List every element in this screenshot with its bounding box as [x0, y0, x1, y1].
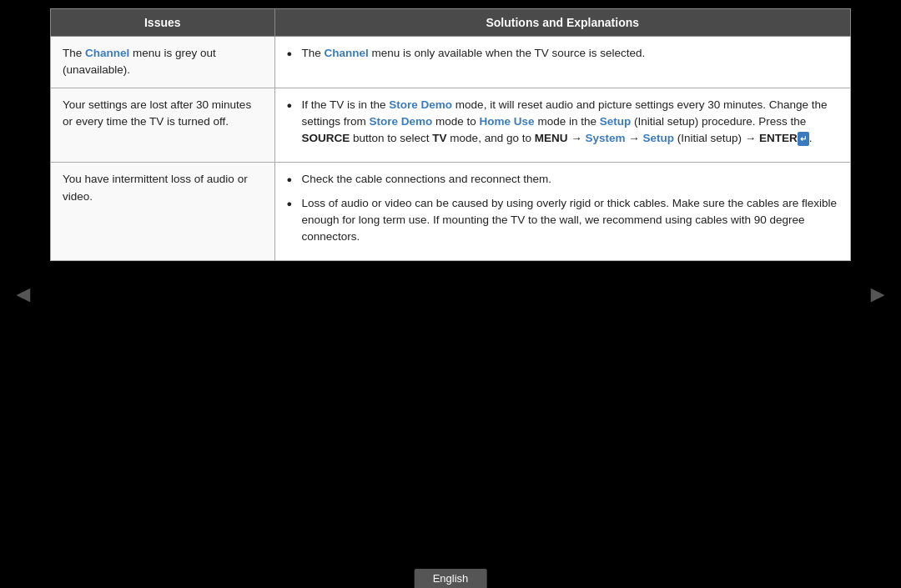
table-row: The Channel menu is grey out (unavailabl… [51, 37, 851, 88]
col-solutions-header: Solutions and Explanations [274, 9, 850, 37]
solution-cell-1: The Channel menu is only available when … [274, 37, 850, 88]
solution-cell-3: Check the cable connections and reconnec… [274, 163, 850, 261]
issue-cell-1: The Channel menu is grey out (unavailabl… [51, 37, 275, 88]
list-item: If the TV is in the Store Demo mode, it … [287, 97, 838, 148]
home-use-highlight: Home Use [480, 115, 535, 128]
list-item: Check the cable connections and reconnec… [287, 171, 838, 188]
source-highlight: SOURCE [302, 132, 350, 144]
store-demo-highlight-1: Store Demo [389, 98, 452, 111]
setup-highlight-2: Setup [643, 132, 675, 144]
issue-cell-3: You have intermittent loss of audio or v… [51, 163, 275, 261]
nav-arrow-right[interactable]: ► [866, 281, 889, 308]
list-item: Loss of audio or video can be caused by … [287, 195, 838, 246]
main-content: Issues Solutions and Explanations The Ch… [50, 8, 851, 261]
store-demo-highlight-2: Store Demo [370, 115, 433, 128]
system-highlight: System [585, 132, 625, 144]
channel-highlight-2: Channel [325, 47, 369, 59]
solution-cell-2: If the TV is in the Store Demo mode, it … [274, 88, 850, 163]
table-row: You have intermittent loss of audio or v… [51, 163, 851, 261]
language-badge[interactable]: English [415, 569, 487, 588]
table-row: Your settings are lost after 30 minutes … [51, 88, 851, 163]
channel-highlight-1: Channel [85, 47, 129, 59]
setup-highlight-1: Setup [600, 115, 632, 128]
issues-table: Issues Solutions and Explanations The Ch… [50, 8, 851, 261]
list-item: The Channel menu is only available when … [287, 45, 838, 62]
menu-highlight: MENU [535, 132, 568, 144]
nav-arrow-left[interactable]: ◄ [12, 281, 35, 308]
tv-highlight: TV [432, 132, 446, 144]
enter-highlight: ENTER [759, 132, 798, 144]
enter-icon: ↵ [798, 132, 809, 146]
col-issues-header: Issues [51, 9, 275, 37]
issue-cell-2: Your settings are lost after 30 minutes … [51, 88, 275, 163]
